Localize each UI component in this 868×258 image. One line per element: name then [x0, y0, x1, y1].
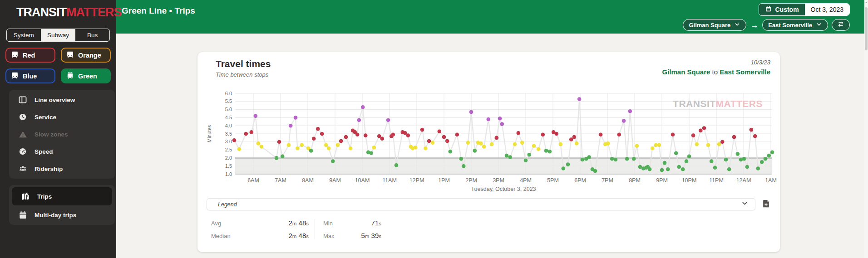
travel-time-point[interactable]	[403, 131, 407, 135]
travel-time-point[interactable]	[438, 129, 442, 133]
travel-time-point[interactable]	[445, 139, 449, 143]
travel-time-point[interactable]	[364, 133, 368, 137]
travel-time-point[interactable]	[424, 146, 428, 151]
scrollbar-thumb[interactable]	[865, 7, 868, 50]
travel-time-point[interactable]	[685, 159, 689, 163]
travel-time-point[interactable]	[617, 133, 621, 137]
travel-time-point[interactable]	[466, 141, 470, 145]
travel-time-point[interactable]	[767, 154, 771, 158]
travel-time-point[interactable]	[599, 133, 603, 137]
travel-time-point[interactable]	[237, 147, 242, 151]
tab-subway[interactable]: Subway	[41, 29, 76, 41]
travel-time-point[interactable]	[764, 157, 768, 161]
travel-time-point[interactable]	[459, 157, 464, 161]
travel-time-point[interactable]	[657, 143, 661, 147]
travel-time-point[interactable]	[309, 149, 313, 153]
travel-time-point[interactable]	[760, 160, 764, 164]
travel-time-point[interactable]	[651, 146, 655, 151]
travel-time-point[interactable]	[336, 143, 340, 147]
line-button-orange[interactable]: Orange	[61, 48, 111, 63]
travel-time-point[interactable]	[294, 116, 298, 120]
travel-time-point[interactable]	[449, 150, 453, 154]
travel-time-point[interactable]	[495, 136, 499, 140]
travel-time-point[interactable]	[517, 131, 521, 135]
line-button-blue[interactable]: Blue	[5, 68, 55, 83]
travel-times-chart[interactable]: 1.01.52.02.53.03.54.04.55.05.56.06AM7AM8…	[197, 86, 780, 195]
travel-time-point[interactable]	[386, 118, 390, 122]
travel-time-point[interactable]	[505, 154, 509, 158]
travel-time-point[interactable]	[277, 140, 281, 144]
line-button-red[interactable]: Red	[5, 48, 55, 63]
travel-time-point[interactable]	[572, 135, 577, 139]
travel-time-point[interactable]	[508, 155, 513, 159]
travel-time-point[interactable]	[331, 159, 335, 163]
travel-time-point[interactable]	[745, 165, 750, 169]
travel-time-point[interactable]	[339, 139, 343, 143]
travel-time-point[interactable]	[622, 119, 626, 123]
travel-time-point[interactable]	[528, 153, 532, 157]
travel-time-point[interactable]	[581, 158, 585, 162]
travel-time-point[interactable]	[287, 143, 291, 147]
travel-time-point[interactable]	[610, 157, 614, 161]
travel-time-point[interactable]	[377, 134, 381, 138]
travel-time-point[interactable]	[717, 142, 721, 146]
travel-time-point[interactable]	[706, 143, 710, 147]
travel-time-point[interactable]	[625, 157, 629, 161]
travel-time-point[interactable]	[635, 144, 639, 148]
travel-time-point[interactable]	[720, 140, 725, 144]
travel-time-point[interactable]	[479, 141, 483, 146]
travel-time-point[interactable]	[575, 141, 579, 146]
travel-time-point[interactable]	[671, 133, 675, 137]
date-range-toggle[interactable]: Custom	[759, 4, 804, 15]
travel-time-point[interactable]	[532, 144, 536, 148]
sidebar-item-trips[interactable]: Trips	[12, 187, 112, 205]
travel-time-point[interactable]	[256, 141, 261, 146]
line-button-green[interactable]: Green	[61, 68, 111, 83]
travel-time-point[interactable]	[593, 169, 597, 173]
travel-time-point[interactable]	[349, 146, 353, 151]
travel-time-point[interactable]	[569, 137, 573, 141]
travel-time-point[interactable]	[250, 130, 254, 134]
travel-time-point[interactable]	[562, 166, 566, 170]
travel-time-point[interactable]	[442, 135, 446, 139]
travel-time-point[interactable]	[555, 132, 559, 136]
travel-time-point[interactable]	[753, 134, 757, 138]
travel-time-point[interactable]	[677, 165, 681, 169]
travel-time-point[interactable]	[632, 157, 636, 161]
travel-time-point[interactable]	[727, 167, 731, 171]
travel-time-point[interactable]	[395, 163, 399, 167]
travel-time-point[interactable]	[548, 150, 552, 154]
travel-time-point[interactable]	[420, 128, 424, 132]
travel-time-point[interactable]	[380, 136, 385, 141]
travel-time-point[interactable]	[770, 151, 774, 155]
legend-toggle[interactable]: Legend	[207, 198, 755, 210]
travel-time-point[interactable]	[500, 122, 504, 126]
travel-time-point[interactable]	[414, 146, 418, 150]
travel-time-point[interactable]	[372, 146, 376, 150]
download-button[interactable]	[760, 199, 771, 210]
travel-time-point[interactable]	[361, 105, 365, 109]
travel-time-point[interactable]	[736, 152, 740, 156]
travel-time-point[interactable]	[628, 109, 632, 113]
travel-time-point[interactable]	[469, 110, 473, 114]
travel-time-point[interactable]	[520, 141, 524, 145]
travel-time-point[interactable]	[498, 117, 502, 121]
travel-time-point[interactable]	[487, 117, 491, 122]
sidebar-item-ridership[interactable]: Ridership	[9, 160, 115, 177]
travel-time-point[interactable]	[455, 133, 459, 137]
travel-time-point[interactable]	[324, 143, 328, 147]
travel-time-point[interactable]	[260, 145, 264, 149]
travel-time-point[interactable]	[732, 135, 736, 139]
scroll-up-icon[interactable]: ▲	[864, 1, 868, 4]
sidebar-item-speed[interactable]: Speed	[9, 143, 115, 160]
travel-time-point[interactable]	[691, 133, 695, 137]
travel-time-point[interactable]	[614, 158, 618, 162]
travel-time-point[interactable]	[606, 141, 610, 146]
travel-time-point[interactable]	[244, 132, 248, 136]
travel-time-point[interactable]	[756, 166, 760, 170]
travel-time-point[interactable]	[710, 159, 714, 163]
travel-time-point[interactable]	[695, 142, 699, 146]
travel-time-point[interactable]	[490, 142, 494, 146]
travel-time-point[interactable]	[281, 155, 285, 159]
tab-system[interactable]: System	[7, 29, 41, 41]
